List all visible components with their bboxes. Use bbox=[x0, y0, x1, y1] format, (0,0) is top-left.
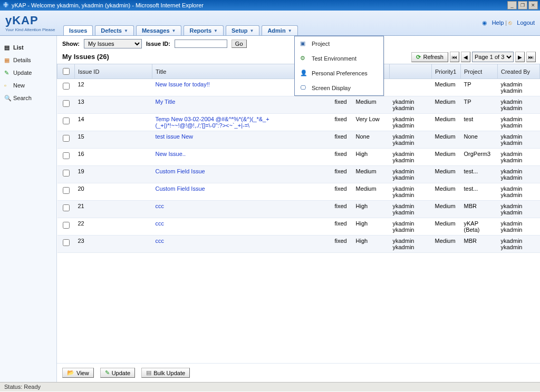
window-titlebar: yKAP - Welcome ykadmin, ykadmin (ykadmin… bbox=[0, 0, 540, 11]
show-select[interactable]: My Issues bbox=[84, 39, 142, 48]
row-checkbox[interactable] bbox=[63, 204, 70, 211]
refresh-button[interactable]: ⟳ Refresh bbox=[411, 52, 448, 62]
menu-item-test-environment[interactable]: ⚙ Test Environment bbox=[295, 51, 383, 66]
row-checkbox[interactable] bbox=[63, 83, 70, 90]
cell-project: yKAP (Beta) bbox=[461, 218, 498, 236]
cell-priority: Medium bbox=[432, 166, 461, 183]
cell-created: ykadmin ykadmin bbox=[498, 149, 540, 166]
issue-title-link[interactable]: Custom Field Issue bbox=[156, 185, 205, 192]
list-icon: ▤ bbox=[4, 44, 11, 51]
tab-issues[interactable]: Issues bbox=[63, 25, 93, 35]
row-checkbox[interactable] bbox=[63, 187, 70, 194]
cell-owner: ykadmin ykadmin bbox=[390, 218, 432, 236]
issue-title-link[interactable]: My Title bbox=[156, 99, 176, 105]
view-button[interactable]: 📂 View bbox=[62, 368, 94, 378]
menu-item-project[interactable]: ▣ Project bbox=[295, 36, 383, 51]
sidebar-item-search[interactable]: 🔍 Search bbox=[0, 92, 56, 104]
cell-severity: Very Low bbox=[353, 114, 390, 131]
cell-priority: Medium bbox=[432, 149, 461, 166]
person-icon: 👤 bbox=[300, 70, 307, 77]
column-priority1[interactable]: Priority1 bbox=[432, 64, 461, 79]
cell-issue-id: 19 bbox=[75, 166, 152, 183]
pagination-toolbar: ⟳ Refresh ⏮ ◀ Page 1 of 3 ▶ ⏭ bbox=[411, 52, 536, 62]
row-checkbox[interactable] bbox=[63, 100, 70, 107]
chevron-down-icon: ▼ bbox=[249, 28, 254, 33]
table-row: 13My TitlefixedMediumykadmin ykadminMedi… bbox=[57, 96, 540, 114]
next-page-button[interactable]: ▶ bbox=[515, 52, 525, 62]
issue-title-link[interactable]: Custom Field Issue bbox=[156, 168, 205, 174]
tab-reports[interactable]: Reports▼ bbox=[184, 25, 223, 35]
sidebar-item-list[interactable]: ▤ List bbox=[0, 41, 56, 54]
issue-title-link[interactable]: New Issue.. bbox=[156, 151, 186, 157]
cell-owner: ykadmin ykadmin bbox=[390, 149, 432, 166]
last-page-button[interactable]: ⏭ bbox=[526, 52, 536, 62]
cell-priority: Medium bbox=[432, 201, 461, 218]
issue-title-link[interactable]: New Issue for today!! bbox=[156, 81, 210, 87]
bulk-update-button[interactable]: ▤ Bulk Update bbox=[141, 368, 190, 378]
table-row: 23cccfixedHighykadmin ykadminMediumMBRyk… bbox=[57, 236, 540, 253]
cell-status: fixed bbox=[332, 131, 353, 149]
details-icon: ▦ bbox=[4, 57, 11, 63]
column-created-by[interactable]: Created By bbox=[498, 64, 540, 79]
column-project[interactable]: Project bbox=[461, 64, 498, 79]
table-row: 22cccfixedHighykadmin ykadminMediumyKAP … bbox=[57, 218, 540, 236]
column-owner[interactable] bbox=[390, 64, 432, 79]
cell-severity: Medium bbox=[353, 183, 390, 201]
close-button[interactable]: ✕ bbox=[528, 1, 538, 9]
chevron-down-icon: ▼ bbox=[172, 28, 176, 33]
select-all-checkbox[interactable] bbox=[63, 68, 70, 75]
column-issue-id[interactable]: Issue ID bbox=[75, 64, 152, 79]
refresh-icon: ⟳ bbox=[416, 54, 421, 61]
sidebar-item-details[interactable]: ▦ Details bbox=[0, 54, 56, 66]
page-select[interactable]: Page 1 of 3 bbox=[472, 52, 514, 62]
cell-priority: Medium bbox=[432, 236, 461, 253]
row-checkbox[interactable] bbox=[63, 135, 70, 142]
issue-title-link[interactable]: Temp New 03-02-2004 @#&^*%*(&^)(_*&_+(_+… bbox=[156, 116, 269, 129]
row-checkbox[interactable] bbox=[63, 239, 70, 246]
row-checkbox[interactable] bbox=[63, 222, 70, 229]
cell-created: ykadmin ykadmin bbox=[498, 114, 540, 131]
sidebar-item-new[interactable]: ▫ New bbox=[0, 79, 56, 92]
tab-messages[interactable]: Messages▼ bbox=[136, 25, 182, 35]
issue-title-link[interactable]: test issue New bbox=[156, 133, 194, 140]
cell-status: fixed bbox=[332, 96, 353, 114]
prev-page-button[interactable]: ◀ bbox=[461, 52, 470, 62]
tab-setup[interactable]: Setup▼ bbox=[226, 25, 259, 35]
table-row: 15test issue NewfixedNoneykadmin ykadmin… bbox=[57, 131, 540, 149]
folder-icon: 📂 bbox=[67, 369, 74, 376]
cell-severity: High bbox=[353, 201, 390, 218]
cell-created: ykadmin ykadmin bbox=[498, 166, 540, 183]
cell-issue-id: 22 bbox=[75, 218, 152, 236]
minimize-button[interactable]: _ bbox=[507, 1, 517, 9]
cell-issue-id: 20 bbox=[75, 183, 152, 201]
cell-created: ykadmin ykadmin bbox=[498, 218, 540, 236]
bulk-icon: ▤ bbox=[146, 369, 151, 376]
issue-title-link[interactable]: ccc bbox=[156, 238, 165, 244]
cell-priority: Medium bbox=[432, 183, 461, 201]
cell-priority: Medium bbox=[432, 218, 461, 236]
go-button[interactable]: Go bbox=[232, 40, 247, 48]
search-icon: 🔍 bbox=[4, 95, 11, 101]
table-row: 16New Issue..fixedHighykadmin ykadminMed… bbox=[57, 149, 540, 166]
first-page-button[interactable]: ⏮ bbox=[450, 52, 459, 62]
issue-title-link[interactable]: ccc bbox=[156, 220, 165, 227]
cell-project: test... bbox=[461, 183, 498, 201]
cell-status: fixed bbox=[332, 236, 353, 253]
cell-owner: ykadmin ykadmin bbox=[390, 183, 432, 201]
issue-title-link[interactable]: ccc bbox=[156, 203, 165, 209]
row-checkbox[interactable] bbox=[63, 117, 70, 124]
issue-id-input[interactable] bbox=[175, 40, 227, 48]
sidebar-item-update[interactable]: ✎ Update bbox=[0, 66, 56, 79]
tab-admin[interactable]: Admin▼ bbox=[262, 25, 297, 35]
show-label: Show: bbox=[62, 41, 80, 47]
menu-item-personal-preferences[interactable]: 👤 Personal Preferences bbox=[295, 66, 383, 81]
row-checkbox[interactable] bbox=[63, 170, 70, 177]
edit-icon: ✎ bbox=[105, 369, 110, 376]
new-icon: ▫ bbox=[4, 82, 11, 89]
update-button[interactable]: ✎ Update bbox=[100, 368, 135, 378]
cell-project: OrgPerm3 bbox=[461, 149, 498, 166]
maximize-button[interactable]: ❐ bbox=[518, 1, 527, 9]
row-checkbox[interactable] bbox=[63, 152, 70, 159]
menu-item-screen-display[interactable]: 🖵 Screen Display bbox=[295, 81, 383, 95]
tab-defects[interactable]: Defects▼ bbox=[95, 25, 134, 35]
